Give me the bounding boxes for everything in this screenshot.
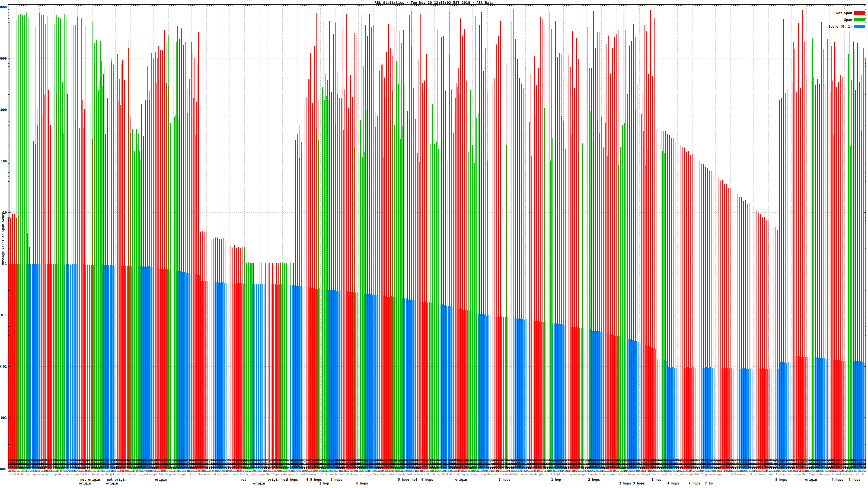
- xaxis-label-fragment: 4 hops: [831, 478, 843, 482]
- xaxis-label-fragment: 5 hops: [775, 478, 787, 482]
- xaxis-label-fragment: 2 hops: [588, 478, 600, 482]
- svg-text:0.001: 0.001: [0, 416, 7, 420]
- xaxis-label-fragment: origin: [155, 478, 166, 482]
- xaxis-label-fragment: 4 hops: [667, 482, 679, 485]
- score-swatch: [854, 25, 865, 28]
- svg-text:100: 100: [1, 159, 7, 163]
- xaxis-label-fragment: 5 hops: [499, 478, 510, 482]
- xaxis-label-fragment: origin: [253, 482, 265, 485]
- xaxis-label-fragment: origin: [455, 478, 467, 482]
- xaxis-label-fragment: net origin: [80, 478, 100, 482]
- y-axis-title: Message Count or Spam Score: [1, 212, 5, 265]
- xaxis-label-fragment: 7 hops: [848, 478, 860, 482]
- xaxis-label-fragment: net: [240, 478, 246, 482]
- xaxis-label-fragment: 5 hops net: [398, 478, 417, 482]
- legend-item-score: Score (0..1): [834, 23, 865, 30]
- xaxis-label-fragment: 7 ho: [705, 482, 713, 485]
- rbl-statistics-chart: 1000001000010001001010.10.010.0010.0001 …: [0, 0, 868, 488]
- not-spam-swatch: [854, 11, 865, 14]
- legend-label: Score (0..1): [828, 25, 852, 29]
- xaxis-label-fragment: origin: [106, 482, 118, 485]
- xaxis-dense-labels-row: zen.bl.dnsbl.list.org.net.origin.1hop.2h…: [8, 473, 866, 476]
- xaxis-dense-labels-row: zen.bl.dnsbl.list.org.net.origin.1hop.2h…: [8, 462, 866, 465]
- xaxis-label-fragment: 4 5 hops: [306, 478, 322, 482]
- svg-text:0.01: 0.01: [0, 365, 7, 368]
- legend-item-not-spam: Not Spam: [834, 10, 865, 16]
- legend-label: Spam: [844, 18, 852, 22]
- xaxis-label-fragment: 1 hop: [652, 478, 661, 482]
- xaxis-label-fragment: 1 hop: [319, 482, 329, 485]
- svg-text:100000: 100000: [0, 5, 7, 9]
- plot-area: 1000001000010001001010.10.010.0010.0001: [0, 0, 868, 488]
- xaxis-label-fragment: 6 hops: [286, 478, 298, 482]
- xaxis-label-fragment: 6 hops: [356, 482, 368, 485]
- svg-text:10000: 10000: [0, 57, 7, 61]
- xaxis-label-fragment: net origin: [107, 478, 126, 482]
- spam-swatch: [854, 18, 865, 22]
- xaxis-label-fragment: 7 hops: [688, 482, 700, 485]
- xaxis-label-fragment: 2 hops 3 hops: [619, 482, 645, 485]
- chart-title: RBL Statistics - Tue Nov 20 12:58:02 EST…: [0, 1, 868, 5]
- xaxis-label-fragment: 5 hops: [330, 478, 342, 482]
- legend: Not Spam Spam Score (0..1): [834, 9, 865, 31]
- svg-text:1: 1: [5, 262, 7, 266]
- xaxis-label-fragment: 6 hops: [421, 478, 433, 482]
- xaxis-label-fragment: 1 hop: [551, 478, 561, 482]
- svg-text:0.0001: 0.0001: [0, 467, 7, 471]
- xaxis-label-fragment: origin hop: [268, 478, 287, 482]
- xaxis-dense-labels-row: zen.bl.dnsbl.list.org.net.origin.1hop.2h…: [8, 469, 866, 473]
- xaxis-label-fragment: origin: [805, 478, 817, 482]
- xaxis-dense-labels-row: zen.bl.dnsbl.list.org.net.origin.1hop.2h…: [8, 466, 866, 469]
- xaxis-label-fragment: origin: [79, 482, 91, 485]
- svg-text:0.1: 0.1: [1, 313, 7, 317]
- legend-item-spam: Spam: [834, 17, 865, 23]
- legend-label: Not Spam: [836, 11, 852, 15]
- svg-text:1000: 1000: [0, 108, 7, 112]
- xaxis-dense-labels-row: zen.bl.dnsbl.list.org.net.origin.1hop.2h…: [8, 459, 866, 462]
